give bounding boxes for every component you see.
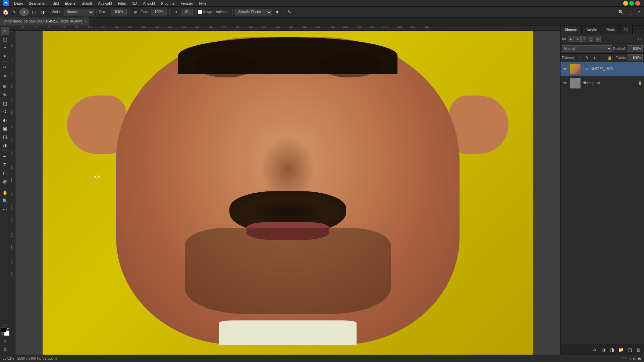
angle-input[interactable] [181, 9, 193, 15]
opacity-ctrl-input[interactable] [628, 45, 643, 52]
screen-mode-btn[interactable]: ⊠ [1, 345, 9, 353]
status-icon-1[interactable]: ⬚ [621, 357, 624, 360]
gradient-tool-btn[interactable]: ▣ [1, 124, 9, 132]
menu-hilfe[interactable]: Hilfe [196, 1, 209, 6]
brush-tool-btn[interactable]: ✎ [1, 91, 9, 99]
status-icon-4[interactable]: ◐ [633, 357, 636, 360]
menu-ebene[interactable]: Ebene [62, 1, 78, 6]
filter-toggle-btn[interactable]: ○ [636, 36, 643, 42]
search-button[interactable]: 🔍 [617, 8, 625, 16]
zoom-status: 55.02% [3, 357, 14, 360]
quick-mask-btn[interactable]: ⊟ [1, 337, 9, 345]
opacity-input[interactable] [111, 9, 127, 15]
status-icon-2[interactable]: ✎ [625, 357, 628, 360]
extra-settings[interactable]: ✎ [286, 8, 293, 16]
airbrush-icon[interactable]: ⊕ [132, 8, 139, 16]
add-effect-btn[interactable]: fx [591, 346, 598, 354]
filter-smart-btn[interactable]: ◎ [595, 36, 601, 42]
menu-schrift[interactable]: Schrift [79, 1, 95, 6]
smoothing-checkbox[interactable] [198, 10, 202, 14]
delete-layer-btn[interactable]: 🗑 [635, 346, 642, 354]
window-maximize[interactable] [629, 1, 634, 6]
tab-kanaele[interactable]: Kanäle [582, 25, 601, 34]
tab-ebenen[interactable]: Ebenen [560, 25, 582, 34]
layer-toggle[interactable]: ▼ [273, 8, 281, 16]
filter-pixel-btn[interactable]: ◈ [568, 36, 574, 42]
brush-mask-icon[interactable]: ◻ [30, 8, 38, 16]
menu-bild[interactable]: Bild [50, 1, 61, 6]
brush-settings[interactable]: ● [19, 8, 29, 16]
tool-sep-5 [2, 325, 8, 326]
filter-adjust-btn[interactable]: ✎ [575, 36, 581, 42]
eyedropper-tool-btn[interactable]: ◈ [1, 71, 9, 79]
window-minimize[interactable]: − [623, 1, 628, 6]
more-tools-btn[interactable]: ⋯ [1, 205, 9, 213]
add-mask-btn[interactable]: ◑ [600, 346, 607, 354]
area-input[interactable] [628, 54, 643, 61]
lock-artboard-btn[interactable]: → [599, 54, 605, 61]
text-tool-btn[interactable]: T [1, 161, 9, 169]
filter-type-label: Art [562, 37, 566, 41]
menu-plugins[interactable]: Plug-ins [158, 1, 177, 6]
menu-datei[interactable]: Datei [11, 1, 25, 6]
blur-tool-btn[interactable]: ◳ [1, 133, 9, 141]
menu-3d[interactable]: 3D [129, 1, 140, 6]
filter-shape-btn[interactable]: ◻ [588, 36, 594, 42]
lock-pixels-btn[interactable]: ⊡ [576, 54, 582, 61]
home-button[interactable]: 🏠 [2, 8, 9, 16]
layer-select[interactable]: Aktuelle Ebene [235, 9, 272, 15]
lock-all-btn[interactable]: 🔒 [606, 54, 613, 61]
lock-position-btn[interactable]: + [591, 54, 598, 61]
lock-image-btn[interactable]: ✎ [583, 54, 590, 61]
brush-preset-picker[interactable]: ✎ [11, 8, 18, 16]
brush-load-icon[interactable]: ◑ [39, 8, 46, 16]
layers-footer: fx ◑ ◑ 📁 ◻ 🗑 [560, 345, 644, 355]
status-icon-3[interactable]: ◻ [629, 357, 632, 360]
swap-colors-icon[interactable]: ⇄ [7, 327, 9, 330]
tab-close[interactable]: × [84, 19, 86, 23]
pen-tool-btn[interactable]: ✒ [1, 152, 9, 160]
lasso-tool-btn[interactable]: ⌖ [1, 44, 9, 52]
tab-pfade[interactable]: Pfade [601, 25, 620, 34]
menu-ansicht[interactable]: Ansicht [140, 1, 158, 6]
menu-fenster[interactable]: Fenster [178, 1, 196, 6]
workspace-button[interactable]: ⬚ [626, 8, 633, 16]
mode-select[interactable]: Normal [64, 9, 94, 15]
selection-tool-btn[interactable]: ⬚ [1, 35, 9, 43]
angle-icon[interactable]: ⊿ [172, 8, 179, 16]
menu-bearbeiten[interactable]: Bearbeiten [26, 1, 49, 6]
blend-mode-select[interactable]: Normal [562, 45, 612, 52]
stamp-tool-btn[interactable]: ◫ [1, 99, 9, 107]
dodge-tool-btn[interactable]: ◑ [1, 141, 9, 149]
hand-tool-btn[interactable]: ✋ [1, 188, 9, 196]
canvas-container[interactable] [15, 31, 560, 355]
history-tool-btn[interactable]: ↺ [1, 108, 9, 116]
layer-visibility-hintergrund[interactable]: 👁 [562, 81, 568, 85]
move-tool-btn[interactable]: ↖ [1, 27, 9, 35]
menu-auswahl[interactable]: Auswahl [95, 1, 115, 6]
share-button[interactable]: ↗ [635, 8, 642, 16]
layer-visibility-man[interactable]: 👁 [562, 67, 568, 71]
healing-tool-btn[interactable]: ✉ [1, 82, 9, 90]
status-icon-5[interactable]: 🔒 [637, 357, 641, 360]
foreground-color-swatch[interactable] [1, 327, 6, 333]
menu-filter[interactable]: Filter [115, 1, 129, 6]
add-adjustment-btn[interactable]: ◑ [608, 346, 616, 354]
crop-tool-btn[interactable]: ✂ [1, 63, 9, 71]
magic-wand-tool-btn[interactable]: ✦ [1, 52, 9, 60]
add-group-btn[interactable]: 📁 [617, 346, 625, 354]
layer-row-man[interactable]: 👁 man-1845259_1920 [560, 62, 644, 76]
shape-tool-btn[interactable]: ◻ [1, 169, 9, 177]
window-close[interactable] [635, 1, 640, 6]
default-colors-icon[interactable]: ↺ [1, 333, 3, 336]
3d-tool-btn[interactable]: ◎ [1, 177, 9, 185]
filter-text-btn[interactable]: T [581, 36, 587, 42]
flow-input[interactable] [151, 9, 167, 15]
add-layer-btn[interactable]: ◻ [626, 346, 633, 354]
document-tab[interactable]: Unbenannt-1 bei 55% (man-1845259_1920, R… [0, 17, 90, 25]
portrait-stubble [185, 228, 391, 314]
zoom-tool-btn[interactable]: 🔍 [1, 197, 9, 205]
layer-row-hintergrund[interactable]: 👁 Hintergrund 🔒 [560, 76, 644, 90]
eraser-tool-btn[interactable]: ◐ [1, 116, 9, 124]
tab-3d[interactable]: 3D [620, 25, 633, 34]
